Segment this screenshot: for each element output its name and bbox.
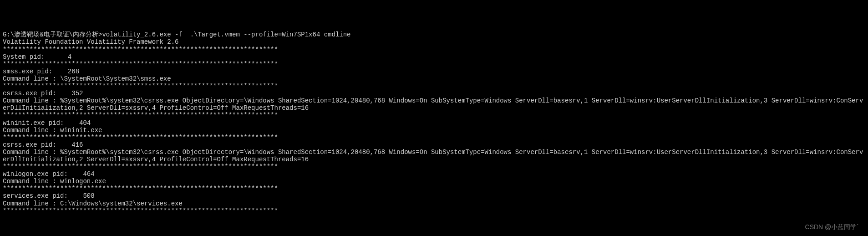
process-header: services.exe pid: 508 (3, 192, 865, 200)
prompt-path: G:\渗透靶场&电子取证\内存分析> (3, 31, 102, 38)
separator: ****************************************… (3, 82, 865, 90)
process-cmdline: Command line : %SystemRoot%\system32\csr… (3, 149, 865, 163)
separator: ****************************************… (3, 134, 865, 141)
separator: ****************************************… (3, 61, 865, 68)
process-cmdline: Command line : wininit.exe (3, 127, 865, 134)
prompt-line: G:\渗透靶场&电子取证\内存分析>volatility_2.6.exe -f … (3, 31, 865, 38)
process-cmdline: Command line : %SystemRoot%\system32\csr… (3, 97, 865, 112)
process-cmdline: Command line : C:\Windows\system32\servi… (3, 200, 865, 207)
process-cmdline: Command line : winlogon.exe (3, 178, 865, 185)
terminal-output[interactable]: G:\渗透靶场&电子取证\内存分析>volatility_2.6.exe -f … (3, 31, 865, 214)
process-header: System pid: 4 (3, 53, 865, 61)
banner-line: Volatility Foundation Volatility Framewo… (3, 38, 865, 46)
command-text: volatility_2.6.exe -f .\Target.vmem --pr… (102, 31, 350, 38)
separator: ****************************************… (3, 185, 865, 192)
process-header: csrss.exe pid: 352 (3, 90, 865, 97)
process-header: smss.exe pid: 268 (3, 68, 865, 75)
separator: ****************************************… (3, 207, 865, 215)
separator: ****************************************… (3, 163, 865, 170)
process-header: wininit.exe pid: 404 (3, 119, 865, 127)
separator: ****************************************… (3, 46, 865, 53)
process-header: csrss.exe pid: 416 (3, 141, 865, 149)
process-header: winlogon.exe pid: 464 (3, 170, 865, 178)
process-cmdline: Command line : \SystemRoot\System32\smss… (3, 75, 865, 82)
watermark-text: CSDN @小蓝同学` (805, 223, 859, 231)
separator: ****************************************… (3, 112, 865, 119)
